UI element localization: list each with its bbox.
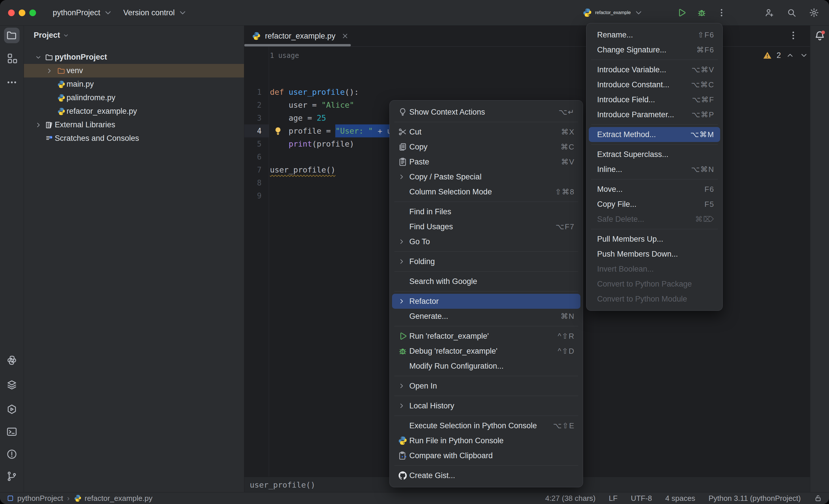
tab-scrollbar[interactable] [244, 44, 351, 46]
menu-item-open-in[interactable]: Open In [392, 379, 580, 393]
close-window-button[interactable] [8, 9, 15, 16]
search-everywhere-button[interactable] [786, 7, 797, 18]
menu-item-column-selection-mode[interactable]: Column Selection Mode⇧⌘8 [392, 184, 580, 199]
menu-item-copy-paste-special[interactable]: Copy / Paste Special [392, 169, 580, 184]
tree-item-venv[interactable]: venv [24, 64, 244, 77]
menu-item-modify-run-configuration[interactable]: Modify Run Configuration... [392, 359, 580, 373]
menu-item-introduce-variable[interactable]: Introduce Variable...⌥⌘V [589, 62, 720, 77]
menu-item-copy[interactable]: Copy⌘C [392, 139, 580, 154]
tree-item-palindrome-py[interactable]: palindrome.py [24, 91, 244, 105]
menu-item-introduce-constant[interactable]: Introduce Constant...⌥⌘C [589, 77, 720, 92]
more-actions-button[interactable] [717, 8, 726, 17]
code-with-me-button[interactable] [764, 7, 774, 18]
tab-refactor-example[interactable]: refactor_example.py [244, 26, 356, 46]
tree-item-pythonproject[interactable]: pythonProject [24, 50, 244, 64]
menu-item-introduce-parameter[interactable]: Introduce Parameter...⌥⌘P [589, 107, 720, 122]
tree-item-label: pythonProject [55, 53, 107, 62]
menu-item-introduce-field[interactable]: Introduce Field...⌥⌘F [589, 92, 720, 107]
menu-item-extract-superclass[interactable]: Extract Superclass... [589, 147, 720, 162]
menu-item-compare-with-clipboard[interactable]: Compare with Clipboard [392, 448, 580, 463]
run-button[interactable] [676, 7, 687, 18]
menu-item-label: Rename... [597, 31, 633, 39]
notifications-bell-icon[interactable] [814, 30, 826, 42]
menu-item-generate[interactable]: Generate...⌘N [392, 309, 580, 324]
menu-item-find-in-files[interactable]: Find in Files [392, 204, 580, 219]
terminal-icon[interactable] [6, 426, 17, 437]
project-widget[interactable]: pythonProject [53, 0, 113, 25]
menu-item-inline[interactable]: Inline...⌥⌘N [589, 162, 720, 177]
menu-item-folding[interactable]: Folding [392, 254, 580, 269]
structure-icon[interactable] [6, 53, 17, 64]
status-utf-8[interactable]: UTF-8 [631, 494, 652, 503]
menu-item-go-to[interactable]: Go To [392, 234, 580, 249]
line-number: 9 [244, 191, 261, 200]
breadcrumb-item-refactor-example-py[interactable]: refactor_example.py [74, 494, 153, 503]
vcs-widget[interactable]: Version control [123, 0, 187, 25]
status-4-spaces[interactable]: 4 spaces [665, 494, 695, 503]
status-lf[interactable]: LF [609, 494, 618, 503]
menu-item-move[interactable]: Move...F6 [589, 182, 720, 197]
chevron-up-icon[interactable] [786, 51, 795, 60]
code-line-1[interactable]: 1def user_profile(): [244, 85, 810, 99]
minimize-window-button[interactable] [19, 9, 25, 16]
status-python-3-11-pythonproject[interactable]: Python 3.11 (pythonProject) [709, 494, 801, 503]
menu-item-push-members-down[interactable]: Push Members Down... [589, 247, 720, 261]
close-tab-icon[interactable] [341, 32, 349, 40]
menu-item-pull-members-up[interactable]: Pull Members Up... [589, 231, 720, 247]
menu-item-paste[interactable]: Paste⌘V [392, 154, 580, 169]
tree-item-main-py[interactable]: main.py [24, 77, 244, 91]
project-folder-icon[interactable] [6, 30, 17, 41]
intention-bulb-icon[interactable] [273, 126, 283, 136]
menu-item-shortcut: ^⇧D [558, 347, 575, 356]
menu-item-refactor[interactable]: Refactor [392, 294, 580, 309]
inspections-widget[interactable]: 2 [763, 50, 808, 61]
tree-item-external-libraries[interactable]: External Libraries [24, 118, 244, 132]
tree-item-scratches-and-consoles[interactable]: Scratches and Consoles [24, 132, 244, 145]
folder-icon [45, 53, 53, 62]
run-window-icon[interactable] [6, 403, 17, 415]
menu-item-create-gist[interactable]: Create Gist... [392, 468, 580, 483]
chevron-down-icon[interactable] [35, 53, 42, 61]
menu-item-execute-selection-in-python-console[interactable]: Execute Selection in Python Console⌥⇧E [392, 418, 580, 433]
debug-button[interactable] [696, 7, 707, 18]
run-config-widget[interactable]: refactor_example [582, 0, 644, 25]
menu-item-debug-refactor-example[interactable]: Debug 'refactor_example'^⇧D [392, 344, 580, 359]
status-4-27-38-chars[interactable]: 4:27 (38 chars) [545, 494, 596, 503]
usage-hint[interactable]: 1 usage [270, 51, 299, 60]
menu-item-change-signature[interactable]: Change Signature...⌘F6 [589, 42, 720, 57]
menu-item-extract-method[interactable]: Extract Method...⌥⌘M [589, 127, 720, 142]
breadcrumb-item-pythonproject[interactable]: pythonProject [6, 494, 63, 503]
editor-options-button[interactable] [788, 30, 798, 41]
breadcrumb-separator: › [67, 494, 70, 503]
lock-open-icon[interactable] [814, 494, 822, 502]
menu-item-label: Push Members Down... [597, 250, 678, 259]
menu-item-run-file-in-python-console[interactable]: Run File in Python Console [392, 433, 580, 448]
python-packages-icon[interactable] [6, 355, 17, 366]
menu-item-label: Introduce Parameter... [597, 110, 674, 119]
code-segment: user_profile() [270, 165, 335, 174]
chevron-right-icon[interactable] [45, 67, 53, 75]
menu-item-find-usages[interactable]: Find Usages⌥F7 [392, 219, 580, 234]
menu-item-cut[interactable]: Cut⌘X [392, 124, 580, 139]
services-icon[interactable] [6, 379, 17, 391]
menu-item-label: Introduce Constant... [597, 80, 670, 89]
menu-item-label: Convert to Python Package [597, 280, 692, 289]
menu-item-local-history[interactable]: Local History [392, 398, 580, 413]
tree-item-refactor-example-py[interactable]: refactor_example.py [24, 105, 244, 118]
more-tools-icon[interactable] [6, 77, 17, 88]
menu-item-run-refactor-example[interactable]: Run 'refactor_example'^⇧R [392, 329, 580, 344]
menu-item-search-with-google[interactable]: Search with Google [392, 274, 580, 289]
menu-item-safe-delete: Safe Delete...⌘⌦ [589, 212, 720, 227]
run-icon [398, 331, 407, 341]
settings-button[interactable] [809, 7, 819, 18]
chevron-down-icon[interactable] [799, 51, 808, 60]
chevron-right-icon[interactable] [35, 121, 42, 129]
submenu-arrow-icon [398, 258, 405, 265]
menu-item-copy-file[interactable]: Copy File...F5 [589, 197, 720, 212]
menu-item-show-context-actions[interactable]: Show Context Actions⌥↵ [392, 105, 580, 119]
zoom-window-button[interactable] [29, 9, 36, 16]
project-panel-header[interactable]: Project [34, 31, 69, 40]
git-branch-icon[interactable] [6, 471, 17, 482]
menu-item-rename[interactable]: Rename...⇧F6 [589, 27, 720, 42]
problems-icon[interactable] [6, 448, 17, 460]
